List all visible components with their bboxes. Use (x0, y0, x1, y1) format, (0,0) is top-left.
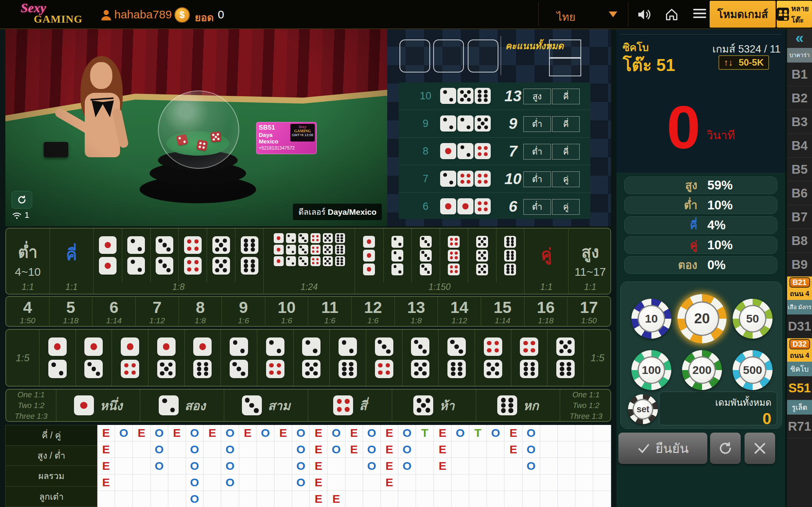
sidebar-table-B7[interactable]: B7 (787, 205, 812, 229)
bet-single-1[interactable]: หนึ่ง (56, 390, 140, 421)
roadmap-tab-คี่ / คู่[interactable]: คี่ / คู่ (5, 425, 97, 446)
rebet-button[interactable] (710, 433, 741, 464)
stream-quality[interactable]: 1 (12, 210, 29, 220)
bet-pair-2-5[interactable] (293, 330, 330, 386)
video-refresh-button[interactable] (12, 191, 32, 209)
roadmap-tab-ผลรวม[interactable]: ผลรวม (5, 466, 97, 487)
menu-icon[interactable] (693, 7, 706, 20)
bet-double-3[interactable] (150, 229, 179, 282)
bet-total-6[interactable]: 61:14 (92, 297, 136, 326)
bet-total-16[interactable]: 161:18 (524, 297, 568, 326)
bet-pair-2-4[interactable] (257, 330, 293, 386)
clear-bets-button[interactable] (745, 433, 775, 464)
bet-total-15[interactable]: 151:14 (481, 297, 524, 326)
speaker-icon[interactable] (636, 7, 652, 22)
sidebar-table-B9[interactable]: B9 (787, 253, 812, 277)
sidebar-table-B21[interactable]: B21ถนน 4 (787, 277, 812, 300)
bet-even[interactable]: คู่1:1 (524, 229, 569, 294)
bet-pair-4-5[interactable] (475, 330, 511, 386)
bet-single-3[interactable]: สาม (224, 390, 308, 421)
sidebar-table-R71[interactable]: R71 (787, 415, 812, 438)
sidebar-table-B3[interactable]: B3 (787, 110, 812, 134)
chip-500[interactable]: 500 (733, 350, 773, 390)
size-button[interactable]: สูง (523, 89, 551, 104)
chip-set[interactable]: set (628, 394, 658, 424)
bet-total-10[interactable]: 101:6 (265, 297, 309, 326)
sidebar-table-B2[interactable]: B2 (787, 86, 812, 110)
bet-total-13[interactable]: 131:8 (395, 297, 438, 326)
multi-table-button[interactable]: หลายโต๊ะ (777, 1, 812, 28)
sidebar-table-B6[interactable]: B6 (787, 181, 812, 205)
bet-pair-1-2[interactable] (39, 330, 76, 386)
language-selector[interactable]: ไทย (557, 8, 575, 25)
username[interactable]: hahaba789 (114, 8, 172, 21)
chip-200[interactable]: 200 (682, 350, 722, 390)
bet-triples-section[interactable]: 1:150 (355, 229, 524, 294)
bet-single-6[interactable]: หก (476, 390, 560, 421)
bet-single-2[interactable]: สอง (140, 390, 224, 421)
collapse-sidebar-button[interactable]: « (787, 28, 812, 48)
sidebar-table-B5[interactable]: B5 (787, 158, 812, 181)
size-button[interactable]: ต่ำ (523, 116, 551, 132)
bet-double-2[interactable] (122, 229, 150, 282)
bet-total-9[interactable]: 91:6 (222, 297, 265, 326)
bet-pair-1-4[interactable] (112, 330, 148, 386)
confirm-button[interactable]: ยืนยัน (618, 433, 707, 464)
parity-button[interactable]: คู่ (552, 199, 580, 215)
bet-total-12[interactable]: 121:6 (352, 297, 395, 326)
sidebar-table-B8[interactable]: B8 (787, 229, 812, 253)
bet-triple-6[interactable] (496, 229, 524, 282)
bet-double-1[interactable] (94, 229, 122, 282)
bet-total-17[interactable]: 171:50 (567, 297, 610, 326)
bet-total-7[interactable]: 71:12 (136, 297, 179, 326)
bet-pair-1-5[interactable] (148, 330, 184, 386)
sidebar-table-B1[interactable]: B1 (787, 63, 812, 86)
bet-pair-3-6[interactable] (438, 330, 475, 386)
bet-pair-2-6[interactable] (329, 330, 366, 386)
bet-any-triple[interactable]: 1:24 (264, 229, 355, 294)
chip-50[interactable]: 50 (733, 299, 773, 339)
game-mode-button[interactable]: โหมดเกมส์ (710, 1, 776, 28)
bet-total-8[interactable]: 81:8 (179, 297, 222, 326)
bet-pair-1-3[interactable] (76, 330, 112, 386)
bet-total-14[interactable]: 141:12 (438, 297, 481, 326)
sidebar-table-D31[interactable]: D31 (787, 314, 812, 338)
sidebar-table-B4[interactable]: B4 (787, 134, 812, 158)
bet-odd[interactable]: คี่1:1 (50, 229, 94, 294)
sidebar-table-D32[interactable]: D32ถนน 4 (787, 338, 812, 362)
bet-total-4[interactable]: 41:50 (6, 297, 49, 326)
parity-button[interactable]: คี่ (552, 144, 580, 160)
bet-double-4[interactable] (178, 229, 207, 282)
bet-double-5[interactable] (207, 229, 235, 282)
bet-single-4[interactable]: สี่ (308, 390, 392, 421)
roadmap-tab-ลูกเต๋า[interactable]: ลูกเต๋า (5, 487, 97, 507)
bet-total-5[interactable]: 51:18 (49, 297, 93, 326)
bet-pair-3-4[interactable] (366, 330, 402, 386)
parity-button[interactable]: คี่ (552, 89, 580, 104)
bet-triple-3[interactable] (411, 229, 440, 282)
bet-total-11[interactable]: 111:6 (308, 297, 352, 326)
chip-100[interactable]: 100 (631, 350, 671, 390)
size-button[interactable]: ต่ำ (523, 171, 551, 187)
bet-double-6[interactable] (235, 229, 263, 282)
chevron-down-icon[interactable] (609, 12, 617, 17)
parity-button[interactable]: คี่ (552, 116, 580, 132)
bet-limit-button[interactable]: ↑↓ 50-5K (718, 55, 769, 70)
bet-triple-1[interactable] (355, 229, 383, 282)
bet-pair-2-3[interactable] (220, 330, 257, 386)
bet-low[interactable]: ต่ำ4~101:1 (6, 229, 50, 294)
home-icon[interactable] (664, 7, 679, 22)
bet-pair-5-6[interactable] (547, 330, 584, 386)
chip-20[interactable]: 20 (677, 294, 727, 343)
bet-pair-3-5[interactable] (402, 330, 439, 386)
bet-pair-4-6[interactable] (511, 330, 547, 386)
chip-10[interactable]: 10 (631, 299, 671, 339)
sidebar-table-S51[interactable]: S51 (787, 376, 812, 400)
bet-triple-2[interactable] (383, 229, 412, 282)
bet-pair-1-6[interactable] (184, 330, 221, 386)
parity-button[interactable]: คู่ (552, 171, 580, 187)
roadmap-tab-สูง / ต่ำ[interactable]: สูง / ต่ำ (5, 446, 97, 466)
size-button[interactable]: ต่ำ (523, 199, 551, 215)
bet-triple-5[interactable] (468, 229, 496, 282)
bet-single-5[interactable]: ห้า (392, 390, 476, 421)
